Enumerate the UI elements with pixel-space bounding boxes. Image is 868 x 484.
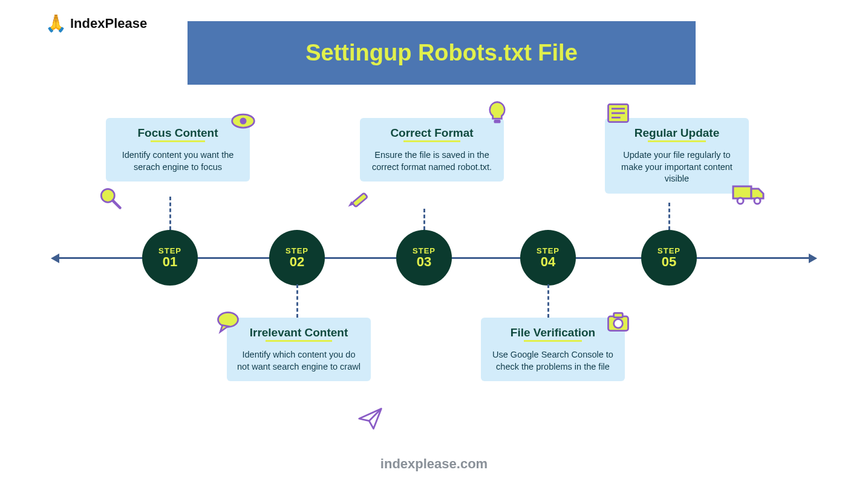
magnifier-icon — [97, 185, 123, 211]
step-card-3: Correct Format Ensure the file is saved … — [360, 118, 504, 182]
svg-point-12 — [737, 198, 743, 204]
camera-icon — [605, 309, 631, 335]
connector — [547, 284, 549, 318]
step-card-4: File Verification Use Google Search Cons… — [481, 318, 625, 381]
bulb-icon — [484, 100, 511, 126]
eye-icon — [230, 108, 256, 134]
step-title: Regular Update — [635, 126, 719, 140]
connector — [668, 203, 670, 230]
connector — [169, 197, 171, 230]
brand-logo: 🙏 IndexPlease — [45, 15, 147, 32]
step-title: File Verification — [511, 326, 595, 339]
paperplane-icon — [357, 405, 383, 432]
svg-line-3 — [113, 201, 120, 208]
svg-rect-5 — [352, 193, 368, 208]
step-number: 02 — [290, 254, 304, 270]
step-card-1: Focus Content Identify content you want … — [106, 118, 250, 182]
svg-rect-11 — [733, 186, 751, 198]
svg-rect-4 — [494, 120, 501, 123]
step-desc: Use Google Search Console to check the p… — [489, 349, 616, 373]
speech-icon — [215, 309, 241, 335]
step-number: 05 — [662, 254, 676, 270]
pencil-icon — [345, 185, 371, 211]
svg-point-14 — [218, 312, 238, 327]
step-node-3: STEP 03 — [396, 230, 452, 286]
step-desc: Identify content you want the serach eng… — [114, 149, 241, 173]
page-title: Settingup Robots.txt File — [305, 40, 578, 66]
truck-icon — [732, 182, 766, 208]
news-icon — [605, 100, 631, 126]
step-card-5: Regular Update Update your file regularl… — [605, 118, 749, 194]
step-title: Correct Format — [390, 126, 473, 140]
svg-point-18 — [614, 319, 623, 328]
step-node-4: STEP 04 — [520, 230, 576, 286]
title-banner: Settingup Robots.txt File — [188, 21, 696, 85]
pray-icon: 🙏 — [45, 15, 67, 32]
step-node-5: STEP 05 — [641, 230, 697, 286]
step-node-2: STEP 02 — [269, 230, 325, 286]
step-node-1: STEP 01 — [142, 230, 198, 286]
step-title: Irrelevant Content — [250, 326, 348, 339]
connector — [423, 209, 425, 230]
step-number: 01 — [163, 254, 177, 270]
brand-name: IndexPlease — [70, 16, 147, 31]
step-number: 03 — [417, 254, 431, 270]
footer-url: indexplease.com — [0, 456, 868, 472]
svg-point-1 — [240, 118, 247, 125]
step-desc: Ensure the file is saved in the correct … — [368, 149, 495, 173]
step-title: Focus Content — [138, 126, 218, 140]
connector — [296, 284, 298, 318]
step-number: 04 — [541, 254, 555, 270]
step-card-2: Irrelevant Content Identify which conten… — [227, 318, 371, 381]
step-desc: Update your file regularly to make your … — [613, 149, 740, 185]
svg-rect-17 — [614, 313, 623, 317]
step-desc: Identify which content you do not want s… — [235, 349, 362, 373]
svg-point-13 — [754, 198, 760, 204]
